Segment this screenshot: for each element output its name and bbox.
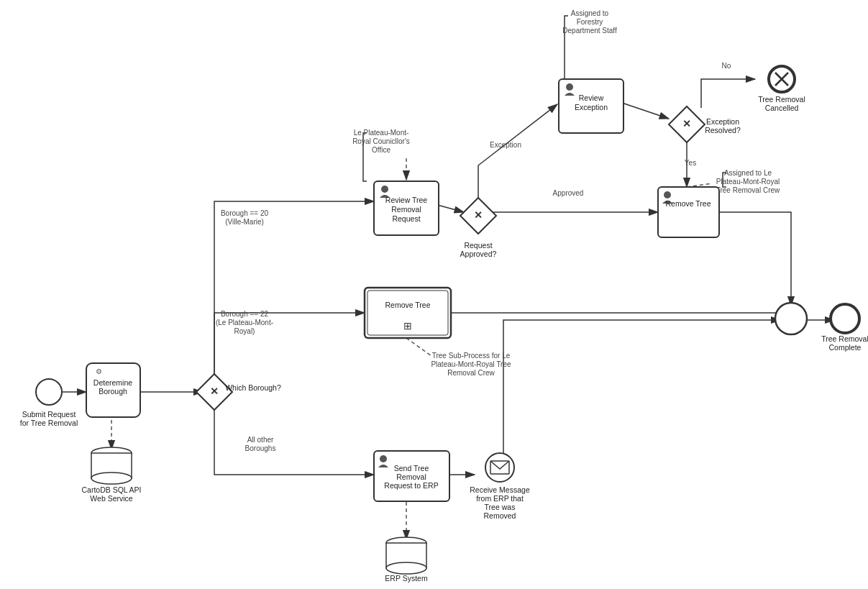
flow-no [701,79,755,108]
determine-borough-label2: Borough [99,387,127,396]
start-event-label2: for Tree Removal [20,419,78,427]
exception-flow-label: Exception [490,141,521,149]
forestry-label3: Department Staff [562,27,617,35]
assigned-crew-label2: Plateau-Mont-Royal [716,178,780,186]
exception-resolved-label1: Exception [706,117,739,126]
gear-icon: ⚙ [96,367,102,375]
all-other-label1: All other [247,436,274,444]
borough20-label1: Borough == 20 [221,209,269,217]
send-tree-erp-label1: Send Tree [394,464,429,472]
cartodb-label2: Web Service [90,494,132,503]
review-exception-label1: Review [579,93,604,102]
cartodb-db-bottom [91,472,132,484]
tree-removal-cancelled-label1: Tree Removal [758,95,805,104]
determine-borough-label1: Deteremine [93,378,132,387]
tree-removal-complete-event [831,304,859,333]
receive-msg-label1: Receive Message [470,485,530,494]
remove-tree-sub-label1: Remove Tree [385,301,430,309]
receive-msg-label4: Removed [484,511,516,520]
receive-msg-label3: Tree was [485,503,516,511]
le-plateau-label3: Office [372,146,390,154]
flow-sub-dashed [406,338,431,356]
person-icon-erp [380,455,387,462]
sub-process-label1: Tree Sub-Process for Le [432,352,511,360]
assigned-crew-label3: Tree Removal Crew [716,186,780,194]
start-event-label: Submit Request [22,410,76,419]
person-icon-review [381,186,388,193]
which-borough-label: Which Borough? [225,383,281,392]
flow-removetree-to-merge [716,212,791,306]
forestry-label2: Forestry [577,18,603,26]
review-tree-label2: Removal [391,205,421,214]
person-icon-remove-top [664,191,671,198]
yes-flow-label: Yes [685,159,696,167]
send-tree-erp-label2: Removal [396,472,426,481]
review-exception-label2: Exception [575,103,608,111]
plus-icon: ⊞ [403,320,412,332]
borough22-label3: Royal) [234,327,255,335]
cartodb-label1: CartoDB SQL API [81,485,141,494]
borough22-label2: (Le Plateau-Mont- [216,319,273,327]
review-tree-label3: Request [392,214,420,223]
start-event [36,379,62,405]
send-tree-erp-label3: Request to ERP [384,481,438,490]
merge-gateway [775,303,807,334]
flow-receive-to-merge [503,320,780,464]
bracket-forestry [565,16,568,83]
assigned-crew-label1: Assigned to Le [724,169,772,177]
diagram-container: Submit Request for Tree Removal ⚙ Detere… [0,0,868,589]
person-icon-exception [566,83,573,91]
review-tree-label1: Review Tree [385,196,428,204]
borough20-label2: (Ville-Marie) [225,218,264,226]
flow-exception [478,104,557,205]
receive-msg-label2: from ERP that [476,494,524,503]
tree-removal-complete-label2: Complete [829,343,862,352]
borough22-label1: Borough == 22 [221,310,269,318]
sub-process-label2: Plateau-Mont-Royal Tree [431,360,511,368]
sub-process-label3: Removal Crew [447,369,495,377]
flow-borough20 [214,201,374,378]
flow-all-boroughs [214,406,374,475]
x-icon-approved: ✕ [474,209,483,221]
x-icon-resolved: ✕ [682,118,691,129]
forestry-label1: Assigned to [571,9,609,17]
erp-db-bottom [386,562,426,574]
exception-resolved-label2: Resolved? [705,126,741,134]
request-approved-label1: Request [464,241,492,250]
bpmn-diagram: Submit Request for Tree Removal ⚙ Detere… [0,0,868,589]
tree-removal-complete-label1: Tree Removal [821,334,868,343]
request-approved-label2: Approved? [460,250,497,258]
approved-flow-label: Approved [553,189,584,197]
le-plateau-label1: Le Plateau-Mont- [354,129,409,137]
le-plateau-label2: Royal Counicllor's [352,137,410,145]
flow-exception-to-gw [622,103,669,119]
erp-system-label: ERP System [385,574,428,583]
remove-tree-top-label1: Remove Tree [665,199,711,208]
all-other-label2: Boroughs [245,444,276,452]
tree-removal-cancelled-label2: Cancelled [765,104,799,112]
no-flow-label: No [722,62,731,70]
x-icon-borough: ✕ [210,385,219,397]
